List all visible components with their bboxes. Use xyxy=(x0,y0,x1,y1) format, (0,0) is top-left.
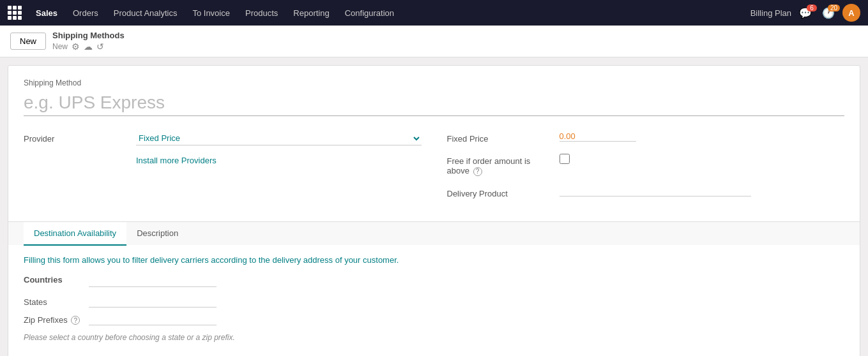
nav-sales[interactable]: Sales xyxy=(29,6,64,20)
states-field-row: States xyxy=(24,297,844,308)
user-avatar[interactable]: A xyxy=(842,4,860,22)
nav-product-analytics[interactable]: Product Analytics xyxy=(107,6,184,20)
nav-to-invoice[interactable]: To Invoice xyxy=(186,6,236,20)
activity-button[interactable]: 🕐 20 xyxy=(819,6,837,20)
zip-tooltip[interactable]: ? xyxy=(71,316,80,325)
countries-label: Countries xyxy=(24,275,81,285)
breadcrumb: Shipping Methods New ⚙ ☁ ↺ xyxy=(52,31,125,52)
fixed-price-label: Fixed Price xyxy=(447,131,549,144)
fields-row: Provider Fixed Price Install more Provid… xyxy=(24,131,844,209)
topnav-right: Billing Plan 💬 6 🕐 20 A xyxy=(750,4,860,22)
free-if-label: Free if order amount is above ? xyxy=(447,154,549,176)
shipping-method-name-input[interactable] xyxy=(24,90,844,116)
gear-icon[interactable]: ⚙ xyxy=(72,41,80,52)
countries-field-row: Countries xyxy=(24,275,844,290)
breadcrumb-title: Shipping Methods xyxy=(52,31,125,40)
undo-icon[interactable]: ↺ xyxy=(96,41,104,52)
toolbar: New Shipping Methods New ⚙ ☁ ↺ xyxy=(0,26,868,57)
provider-select[interactable]: Fixed Price xyxy=(136,131,422,145)
billing-plan-link[interactable]: Billing Plan xyxy=(750,8,791,18)
delivery-product-field-row: Delivery Product xyxy=(447,186,845,198)
tab-destination-availability[interactable]: Destination Availability xyxy=(24,222,126,246)
breadcrumb-sub: New ⚙ ☁ ↺ xyxy=(52,41,125,52)
messages-badge: 6 xyxy=(807,4,817,11)
tab-description[interactable]: Description xyxy=(126,222,188,246)
zip-prefixes-label: Zip Prefixes ? xyxy=(24,315,81,325)
fixed-price-input[interactable] xyxy=(560,131,636,142)
country-warning: Please select a country before choosing … xyxy=(24,333,844,342)
top-navigation: Sales Orders Product Analytics To Invoic… xyxy=(0,0,868,26)
cloud-save-icon[interactable]: ☁ xyxy=(84,41,93,52)
shipping-method-label: Shipping Method xyxy=(24,78,844,87)
zip-prefixes-input[interactable] xyxy=(89,315,217,325)
new-button[interactable]: New xyxy=(10,33,46,50)
provider-field-row: Provider Fixed Price xyxy=(24,131,422,145)
provider-label: Provider xyxy=(24,131,126,144)
zip-prefixes-field-row: Zip Prefixes ? xyxy=(24,315,844,325)
fields-right: Fixed Price Free if order amount is abov… xyxy=(447,131,845,209)
nav-orders[interactable]: Orders xyxy=(66,6,105,20)
free-if-tooltip[interactable]: ? xyxy=(473,167,482,176)
install-providers-link[interactable]: Install more Providers xyxy=(136,156,422,165)
fixed-price-field-row: Fixed Price xyxy=(447,131,845,144)
tabs-bar: Destination Availability Description xyxy=(8,221,860,245)
free-if-checkbox[interactable] xyxy=(560,154,570,164)
delivery-product-input[interactable] xyxy=(560,186,751,197)
breadcrumb-current: New xyxy=(52,42,68,51)
countries-input[interactable] xyxy=(89,277,217,287)
tab-content-destination-availability: Filling this form allows you to filter d… xyxy=(8,245,860,352)
fields-left: Provider Fixed Price Install more Provid… xyxy=(24,131,422,209)
main-content: Shipping Method Provider Fixed Price Ins… xyxy=(8,65,860,356)
provider-value: Fixed Price xyxy=(136,131,422,145)
nav-configuration[interactable]: Configuration xyxy=(339,6,400,20)
apps-menu-button[interactable] xyxy=(8,6,22,20)
grid-icon xyxy=(8,6,22,20)
destination-hint: Filling this form allows you to filter d… xyxy=(24,255,844,265)
states-label: States xyxy=(24,297,81,307)
form-section: Shipping Method Provider Fixed Price Ins… xyxy=(8,66,860,221)
nav-reporting[interactable]: Reporting xyxy=(287,6,335,20)
free-if-field-row: Free if order amount is above ? xyxy=(447,154,845,176)
nav-products[interactable]: Products xyxy=(239,6,284,20)
delivery-product-label: Delivery Product xyxy=(447,186,549,198)
states-input[interactable] xyxy=(89,297,217,308)
messages-button[interactable]: 💬 6 xyxy=(796,6,814,20)
activity-badge: 20 xyxy=(828,4,840,11)
